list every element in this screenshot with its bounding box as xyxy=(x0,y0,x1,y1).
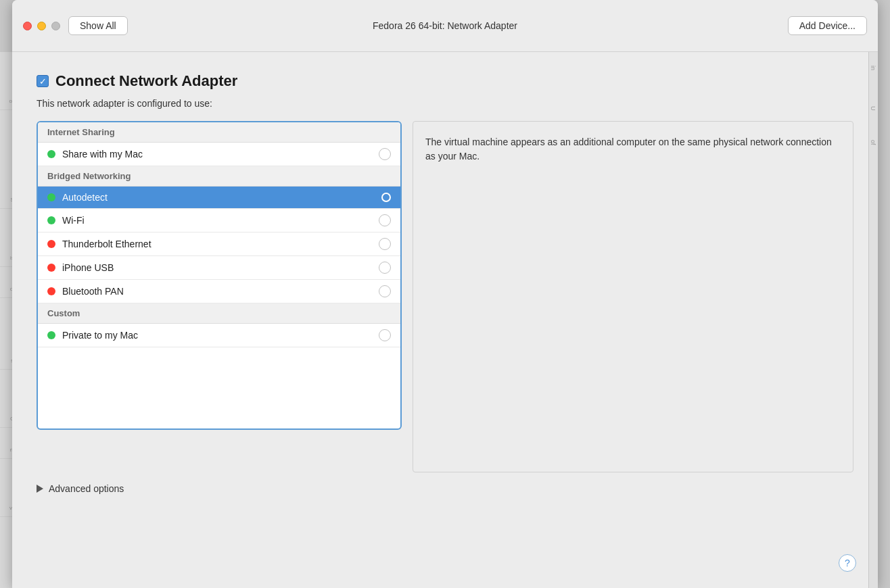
list-item-private-mac[interactable]: Private to my Mac xyxy=(38,324,400,347)
status-dot-green xyxy=(47,150,55,158)
status-dot-bluetooth xyxy=(47,287,55,295)
item-label-iphone-usb: iPhone USB xyxy=(62,262,379,273)
item-label-wifi: Wi-Fi xyxy=(62,215,379,226)
item-label-bluetooth: Bluetooth PAN xyxy=(62,286,379,297)
description-text: The virtual machine appears as an additi… xyxy=(425,135,841,164)
show-all-button[interactable]: Show All xyxy=(68,16,128,35)
minimize-button[interactable] xyxy=(37,22,46,30)
description-panel: The virtual machine appears as an additi… xyxy=(413,121,853,472)
list-spacer xyxy=(38,347,400,428)
close-button[interactable] xyxy=(23,22,32,30)
section-header-bridged: Bridged Networking xyxy=(38,166,400,187)
connect-checkbox[interactable]: ✓ xyxy=(37,75,49,87)
status-dot-wifi xyxy=(47,216,55,224)
item-label-thunderbolt: Thunderbolt Ethernet xyxy=(62,239,379,249)
advanced-triangle-icon[interactable] xyxy=(37,485,43,493)
connect-row: ✓ Connect Network Adapter xyxy=(37,72,853,90)
section-header-internet-sharing: Internet Sharing xyxy=(38,122,400,143)
subtitle-text: This network adapter is configured to us… xyxy=(37,98,853,109)
item-label-share-mac: Share with my Mac xyxy=(62,149,379,160)
titlebar: Show All Fedora 26 64-bit: Network Adapt… xyxy=(12,0,878,52)
advanced-options-row: Advanced options xyxy=(37,483,853,494)
radio-wifi[interactable] xyxy=(379,214,391,226)
item-label-private-mac: Private to my Mac xyxy=(62,330,379,341)
radio-bluetooth[interactable] xyxy=(379,285,391,297)
list-item-wifi[interactable]: Wi-Fi xyxy=(38,209,400,232)
list-item-thunderbolt[interactable]: Thunderbolt Ethernet xyxy=(38,232,400,256)
main-window: Show All Fedora 26 64-bit: Network Adapt… xyxy=(12,0,878,588)
question-mark-icon: ? xyxy=(845,558,850,568)
content-area: ✓ Connect Network Adapter This network a… xyxy=(12,52,878,508)
list-item-autodetect[interactable]: Autodetect xyxy=(38,187,400,209)
panels-row: Internet Sharing Share with my Mac Bridg… xyxy=(37,121,853,472)
window-title: Fedora 26 64-bit: Network Adapter xyxy=(373,20,517,31)
connect-title: Connect Network Adapter xyxy=(55,72,237,90)
add-device-button[interactable]: Add Device... xyxy=(788,16,867,35)
item-label-autodetect: Autodetect xyxy=(62,192,381,203)
status-dot-thunderbolt xyxy=(47,240,55,248)
radio-autodetect[interactable] xyxy=(381,193,391,202)
list-item-iphone-usb[interactable]: iPhone USB xyxy=(38,256,400,280)
status-dot-autodetect xyxy=(47,193,55,201)
help-button[interactable]: ? xyxy=(839,554,856,572)
advanced-options-label[interactable]: Advanced options xyxy=(49,483,124,494)
network-list-panel: Internet Sharing Share with my Mac Bridg… xyxy=(37,121,402,430)
list-item-share-mac[interactable]: Share with my Mac xyxy=(38,143,400,166)
checkmark-icon: ✓ xyxy=(39,77,47,86)
radio-share-mac[interactable] xyxy=(379,148,391,160)
section-header-custom: Custom xyxy=(38,303,400,324)
status-dot-iphone xyxy=(47,264,55,272)
status-dot-private xyxy=(47,331,55,339)
radio-iphone-usb[interactable] xyxy=(379,262,391,274)
traffic-lights xyxy=(23,22,60,30)
radio-private-mac[interactable] xyxy=(379,329,391,341)
list-item-bluetooth[interactable]: Bluetooth PAN xyxy=(38,280,400,303)
radio-thunderbolt[interactable] xyxy=(379,238,391,250)
fullscreen-button[interactable] xyxy=(51,22,60,30)
